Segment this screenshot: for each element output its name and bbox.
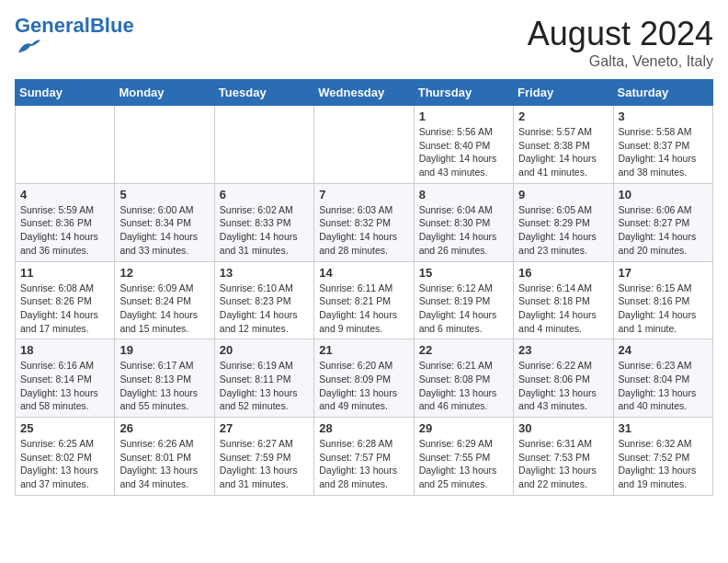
calendar-week-row: 25Sunrise: 6:25 AM Sunset: 8:02 PM Dayli… — [16, 418, 713, 496]
day-info: Sunrise: 6:04 AM Sunset: 8:30 PM Dayligh… — [419, 203, 508, 258]
calendar-cell: 18Sunrise: 6:16 AM Sunset: 8:14 PM Dayli… — [16, 339, 115, 418]
calendar-cell: 22Sunrise: 6:21 AM Sunset: 8:08 PM Dayli… — [414, 339, 513, 418]
day-number: 29 — [419, 421, 508, 435]
day-info: Sunrise: 6:31 AM Sunset: 7:53 PM Dayligh… — [518, 437, 608, 491]
weekday-header-row: SundayMondayTuesdayWednesdayThursdayFrid… — [16, 80, 713, 106]
day-number: 18 — [20, 343, 109, 357]
calendar-cell: 10Sunrise: 6:06 AM Sunset: 8:27 PM Dayli… — [613, 183, 712, 261]
day-number: 3 — [619, 109, 708, 123]
day-info: Sunrise: 6:21 AM Sunset: 8:08 PM Dayligh… — [419, 359, 508, 413]
day-info: Sunrise: 6:03 AM Sunset: 8:32 PM Dayligh… — [319, 203, 408, 258]
day-info: Sunrise: 5:58 AM Sunset: 8:37 PM Dayligh… — [619, 125, 708, 179]
calendar-week-row: 18Sunrise: 6:16 AM Sunset: 8:14 PM Dayli… — [16, 339, 713, 418]
logo-bird-icon — [17, 37, 42, 57]
calendar-cell: 13Sunrise: 6:10 AM Sunset: 8:23 PM Dayli… — [214, 261, 313, 339]
weekday-header-tuesday: Tuesday — [214, 80, 313, 106]
calendar-cell: 19Sunrise: 6:17 AM Sunset: 8:13 PM Dayli… — [115, 339, 214, 418]
day-info: Sunrise: 6:15 AM Sunset: 8:16 PM Dayligh… — [619, 282, 708, 336]
logo-blue: Blue — [90, 14, 134, 37]
calendar-cell: 31Sunrise: 6:32 AM Sunset: 7:52 PM Dayli… — [613, 418, 712, 496]
weekday-header-thursday: Thursday — [414, 80, 513, 106]
day-number: 11 — [20, 266, 109, 280]
calendar-cell: 3Sunrise: 5:58 AM Sunset: 8:37 PM Daylig… — [613, 106, 712, 184]
calendar-cell: 25Sunrise: 6:25 AM Sunset: 8:02 PM Dayli… — [16, 418, 115, 496]
calendar-cell: 29Sunrise: 6:29 AM Sunset: 7:55 PM Dayli… — [414, 418, 513, 496]
day-number: 7 — [319, 188, 408, 201]
title-block: August 2024 Galta, Veneto, Italy — [528, 15, 713, 70]
day-number: 10 — [619, 188, 708, 201]
logo-text: GeneralBlue — [15, 15, 134, 37]
calendar-cell: 1Sunrise: 5:56 AM Sunset: 8:40 PM Daylig… — [414, 106, 513, 184]
calendar-cell — [115, 106, 214, 184]
logo: GeneralBlue — [15, 15, 134, 61]
day-info: Sunrise: 6:29 AM Sunset: 7:55 PM Dayligh… — [419, 437, 508, 491]
calendar-cell: 4Sunrise: 5:59 AM Sunset: 8:36 PM Daylig… — [16, 183, 115, 261]
day-info: Sunrise: 6:16 AM Sunset: 8:14 PM Dayligh… — [20, 359, 109, 413]
day-number: 12 — [119, 266, 209, 280]
calendar-cell: 16Sunrise: 6:14 AM Sunset: 8:18 PM Dayli… — [514, 261, 613, 339]
day-info: Sunrise: 6:02 AM Sunset: 8:33 PM Dayligh… — [220, 203, 309, 258]
day-info: Sunrise: 6:00 AM Sunset: 8:34 PM Dayligh… — [119, 203, 209, 258]
calendar-cell: 5Sunrise: 6:00 AM Sunset: 8:34 PM Daylig… — [115, 183, 214, 261]
day-number: 24 — [619, 343, 708, 357]
calendar-cell: 27Sunrise: 6:27 AM Sunset: 7:59 PM Dayli… — [214, 418, 313, 496]
day-number: 21 — [319, 343, 408, 357]
calendar-cell: 2Sunrise: 5:57 AM Sunset: 8:38 PM Daylig… — [514, 106, 613, 184]
location-subtitle: Galta, Veneto, Italy — [528, 53, 713, 70]
day-number: 9 — [518, 188, 608, 201]
weekday-header-saturday: Saturday — [613, 80, 712, 106]
calendar-cell: 9Sunrise: 6:05 AM Sunset: 8:29 PM Daylig… — [514, 183, 613, 261]
day-number: 14 — [319, 266, 408, 280]
calendar-cell: 28Sunrise: 6:28 AM Sunset: 7:57 PM Dayli… — [314, 418, 414, 496]
day-info: Sunrise: 6:32 AM Sunset: 7:52 PM Dayligh… — [619, 437, 708, 491]
calendar-cell: 8Sunrise: 6:04 AM Sunset: 8:30 PM Daylig… — [414, 183, 513, 261]
day-number: 15 — [419, 266, 508, 280]
weekday-header-monday: Monday — [115, 80, 214, 106]
day-info: Sunrise: 6:12 AM Sunset: 8:19 PM Dayligh… — [419, 282, 508, 336]
calendar-cell: 6Sunrise: 6:02 AM Sunset: 8:33 PM Daylig… — [214, 183, 313, 261]
calendar-cell: 11Sunrise: 6:08 AM Sunset: 8:26 PM Dayli… — [16, 261, 115, 339]
day-number: 4 — [20, 188, 109, 201]
calendar-cell — [214, 106, 313, 184]
day-info: Sunrise: 6:17 AM Sunset: 8:13 PM Dayligh… — [119, 359, 209, 413]
logo-general: General — [15, 14, 90, 37]
day-info: Sunrise: 6:28 AM Sunset: 7:57 PM Dayligh… — [319, 437, 408, 491]
day-number: 26 — [119, 421, 209, 435]
calendar-cell: 23Sunrise: 6:22 AM Sunset: 8:06 PM Dayli… — [514, 339, 613, 418]
day-info: Sunrise: 6:11 AM Sunset: 8:21 PM Dayligh… — [319, 282, 408, 336]
calendar-cell: 15Sunrise: 6:12 AM Sunset: 8:19 PM Dayli… — [414, 261, 513, 339]
calendar-cell: 14Sunrise: 6:11 AM Sunset: 8:21 PM Dayli… — [314, 261, 414, 339]
day-info: Sunrise: 5:57 AM Sunset: 8:38 PM Dayligh… — [518, 125, 608, 179]
day-number: 20 — [220, 343, 309, 357]
day-info: Sunrise: 6:10 AM Sunset: 8:23 PM Dayligh… — [220, 282, 309, 336]
day-info: Sunrise: 6:06 AM Sunset: 8:27 PM Dayligh… — [619, 203, 708, 258]
day-number: 30 — [518, 421, 608, 435]
day-number: 8 — [419, 188, 508, 201]
month-year-title: August 2024 — [528, 15, 713, 53]
weekday-header-sunday: Sunday — [16, 80, 115, 106]
day-info: Sunrise: 6:14 AM Sunset: 8:18 PM Dayligh… — [518, 282, 608, 336]
calendar-cell: 7Sunrise: 6:03 AM Sunset: 8:32 PM Daylig… — [314, 183, 414, 261]
calendar-cell: 12Sunrise: 6:09 AM Sunset: 8:24 PM Dayli… — [115, 261, 214, 339]
day-info: Sunrise: 5:56 AM Sunset: 8:40 PM Dayligh… — [419, 125, 508, 179]
day-number: 2 — [518, 109, 608, 123]
day-number: 19 — [119, 343, 209, 357]
calendar-cell — [16, 106, 115, 184]
day-info: Sunrise: 6:20 AM Sunset: 8:09 PM Dayligh… — [319, 359, 408, 413]
weekday-header-friday: Friday — [514, 80, 613, 106]
day-number: 25 — [20, 421, 109, 435]
day-info: Sunrise: 6:19 AM Sunset: 8:11 PM Dayligh… — [220, 359, 309, 413]
day-number: 27 — [220, 421, 309, 435]
day-number: 31 — [619, 421, 708, 435]
day-number: 28 — [319, 421, 408, 435]
day-number: 13 — [220, 266, 309, 280]
day-info: Sunrise: 6:25 AM Sunset: 8:02 PM Dayligh… — [20, 437, 109, 491]
calendar-cell: 20Sunrise: 6:19 AM Sunset: 8:11 PM Dayli… — [214, 339, 313, 418]
calendar-cell: 21Sunrise: 6:20 AM Sunset: 8:09 PM Dayli… — [314, 339, 414, 418]
page-header: GeneralBlue August 2024 Galta, Veneto, I… — [15, 15, 713, 70]
day-number: 23 — [518, 343, 608, 357]
day-info: Sunrise: 6:23 AM Sunset: 8:04 PM Dayligh… — [619, 359, 708, 413]
calendar-table: SundayMondayTuesdayWednesdayThursdayFrid… — [15, 79, 713, 496]
day-info: Sunrise: 6:09 AM Sunset: 8:24 PM Dayligh… — [119, 282, 209, 336]
calendar-cell: 24Sunrise: 6:23 AM Sunset: 8:04 PM Dayli… — [613, 339, 712, 418]
